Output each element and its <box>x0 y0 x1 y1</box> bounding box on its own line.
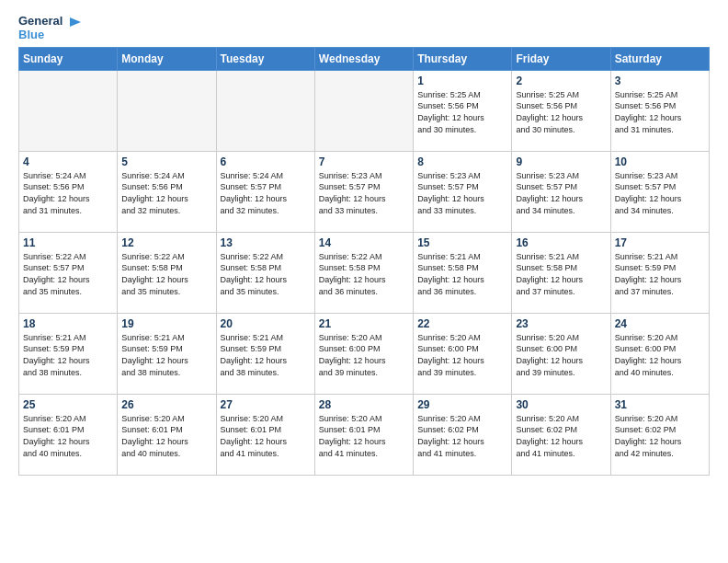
cell-info: Sunrise: 5:21 AM Sunset: 5:59 PM Dayligh… <box>221 332 311 378</box>
cell-info: Sunrise: 5:21 AM Sunset: 5:58 PM Dayligh… <box>417 251 507 297</box>
day-number: 10 <box>615 155 705 168</box>
cell-info: Sunrise: 5:21 AM Sunset: 5:59 PM Dayligh… <box>615 251 705 297</box>
calendar-cell: 26Sunrise: 5:20 AM Sunset: 6:01 PM Dayli… <box>118 394 216 475</box>
cell-info: Sunrise: 5:25 AM Sunset: 5:56 PM Dayligh… <box>516 89 606 135</box>
calendar-cell: 10Sunrise: 5:23 AM Sunset: 5:57 PM Dayli… <box>610 151 709 232</box>
cell-info: Sunrise: 5:20 AM Sunset: 6:01 PM Dayligh… <box>319 413 409 459</box>
calendar-cell: 12Sunrise: 5:22 AM Sunset: 5:58 PM Dayli… <box>118 232 216 313</box>
day-number: 25 <box>23 398 113 411</box>
cell-info: Sunrise: 5:24 AM Sunset: 5:57 PM Dayligh… <box>221 170 311 216</box>
day-number: 27 <box>221 398 311 411</box>
cell-info: Sunrise: 5:25 AM Sunset: 5:56 PM Dayligh… <box>615 89 705 135</box>
calendar-cell: 23Sunrise: 5:20 AM Sunset: 6:00 PM Dayli… <box>512 313 610 394</box>
calendar-table: SundayMondayTuesdayWednesdayThursdayFrid… <box>18 47 710 476</box>
cell-info: Sunrise: 5:20 AM Sunset: 6:00 PM Dayligh… <box>319 332 409 378</box>
calendar-cell: 17Sunrise: 5:21 AM Sunset: 5:59 PM Dayli… <box>610 232 709 313</box>
weekday-header-saturday: Saturday <box>610 47 709 70</box>
calendar-cell: 5Sunrise: 5:24 AM Sunset: 5:56 PM Daylig… <box>118 151 216 232</box>
calendar-cell: 14Sunrise: 5:22 AM Sunset: 5:58 PM Dayli… <box>314 232 413 313</box>
weekday-header-wednesday: Wednesday <box>314 47 413 70</box>
calendar-cell: 11Sunrise: 5:22 AM Sunset: 5:57 PM Dayli… <box>19 232 118 313</box>
calendar-cell: 28Sunrise: 5:20 AM Sunset: 6:01 PM Dayli… <box>314 394 413 475</box>
weekday-header-tuesday: Tuesday <box>216 47 314 70</box>
calendar-cell: 19Sunrise: 5:21 AM Sunset: 5:59 PM Dayli… <box>118 313 216 394</box>
cell-info: Sunrise: 5:20 AM Sunset: 6:01 PM Dayligh… <box>221 413 311 459</box>
calendar-week-4: 18Sunrise: 5:21 AM Sunset: 5:59 PM Dayli… <box>19 313 710 394</box>
calendar-cell <box>216 70 314 151</box>
day-number: 13 <box>221 236 311 249</box>
cell-info: Sunrise: 5:21 AM Sunset: 5:59 PM Dayligh… <box>23 332 113 378</box>
cell-info: Sunrise: 5:23 AM Sunset: 5:57 PM Dayligh… <box>615 170 705 216</box>
cell-info: Sunrise: 5:23 AM Sunset: 5:57 PM Dayligh… <box>516 170 606 216</box>
cell-info: Sunrise: 5:22 AM Sunset: 5:58 PM Dayligh… <box>121 251 211 297</box>
calendar-cell <box>118 70 216 151</box>
day-number: 9 <box>516 155 606 168</box>
cell-info: Sunrise: 5:21 AM Sunset: 5:58 PM Dayligh… <box>516 251 606 297</box>
calendar-cell: 8Sunrise: 5:23 AM Sunset: 5:57 PM Daylig… <box>414 151 512 232</box>
calendar-week-2: 4Sunrise: 5:24 AM Sunset: 5:56 PM Daylig… <box>19 151 710 232</box>
cell-info: Sunrise: 5:20 AM Sunset: 6:00 PM Dayligh… <box>417 332 507 378</box>
day-number: 3 <box>615 75 705 87</box>
calendar-cell: 21Sunrise: 5:20 AM Sunset: 6:00 PM Dayli… <box>314 313 413 394</box>
cell-info: Sunrise: 5:22 AM Sunset: 5:58 PM Dayligh… <box>221 251 311 297</box>
calendar-week-3: 11Sunrise: 5:22 AM Sunset: 5:57 PM Dayli… <box>19 232 710 313</box>
day-number: 28 <box>319 398 409 411</box>
day-number: 14 <box>319 236 409 249</box>
day-number: 2 <box>516 75 606 87</box>
cell-info: Sunrise: 5:22 AM Sunset: 5:58 PM Dayligh… <box>319 251 409 297</box>
calendar-cell: 1Sunrise: 5:25 AM Sunset: 5:56 PM Daylig… <box>414 70 512 151</box>
calendar-cell: 22Sunrise: 5:20 AM Sunset: 6:00 PM Dayli… <box>414 313 512 394</box>
day-number: 15 <box>417 236 507 249</box>
day-number: 29 <box>417 398 507 411</box>
svg-marker-0 <box>70 17 81 27</box>
day-number: 30 <box>516 398 606 411</box>
day-number: 24 <box>615 317 705 330</box>
day-number: 19 <box>121 317 211 330</box>
day-number: 26 <box>121 398 211 411</box>
day-number: 17 <box>615 236 705 249</box>
calendar-cell: 7Sunrise: 5:23 AM Sunset: 5:57 PM Daylig… <box>314 151 413 232</box>
day-number: 18 <box>23 317 113 330</box>
calendar-cell: 15Sunrise: 5:21 AM Sunset: 5:58 PM Dayli… <box>414 232 512 313</box>
cell-info: Sunrise: 5:25 AM Sunset: 5:56 PM Dayligh… <box>417 89 507 135</box>
day-number: 16 <box>516 236 606 249</box>
cell-info: Sunrise: 5:20 AM Sunset: 6:02 PM Dayligh… <box>615 413 705 459</box>
day-number: 11 <box>23 236 113 249</box>
day-number: 22 <box>417 317 507 330</box>
weekday-header-thursday: Thursday <box>414 47 512 70</box>
weekday-header-row: SundayMondayTuesdayWednesdayThursdayFrid… <box>19 47 710 70</box>
cell-info: Sunrise: 5:21 AM Sunset: 5:59 PM Dayligh… <box>121 332 211 378</box>
calendar-cell: 29Sunrise: 5:20 AM Sunset: 6:02 PM Dayli… <box>414 394 512 475</box>
calendar-cell: 30Sunrise: 5:20 AM Sunset: 6:02 PM Dayli… <box>512 394 610 475</box>
cell-info: Sunrise: 5:20 AM Sunset: 6:01 PM Dayligh… <box>23 413 113 459</box>
cell-info: Sunrise: 5:23 AM Sunset: 5:57 PM Dayligh… <box>417 170 507 216</box>
calendar-cell: 6Sunrise: 5:24 AM Sunset: 5:57 PM Daylig… <box>216 151 314 232</box>
calendar-cell: 20Sunrise: 5:21 AM Sunset: 5:59 PM Dayli… <box>216 313 314 394</box>
day-number: 12 <box>121 236 211 249</box>
calendar-cell: 3Sunrise: 5:25 AM Sunset: 5:56 PM Daylig… <box>610 70 709 151</box>
day-number: 31 <box>615 398 705 411</box>
day-number: 5 <box>121 155 211 168</box>
cell-info: Sunrise: 5:20 AM Sunset: 6:00 PM Dayligh… <box>615 332 705 378</box>
day-number: 20 <box>221 317 311 330</box>
day-number: 23 <box>516 317 606 330</box>
logo: General Blue <box>18 15 81 41</box>
calendar-week-1: 1Sunrise: 5:25 AM Sunset: 5:56 PM Daylig… <box>19 70 710 151</box>
calendar-cell: 9Sunrise: 5:23 AM Sunset: 5:57 PM Daylig… <box>512 151 610 232</box>
cell-info: Sunrise: 5:22 AM Sunset: 5:57 PM Dayligh… <box>23 251 113 297</box>
calendar-cell: 16Sunrise: 5:21 AM Sunset: 5:58 PM Dayli… <box>512 232 610 313</box>
cell-info: Sunrise: 5:24 AM Sunset: 5:56 PM Dayligh… <box>121 170 211 216</box>
calendar-cell: 2Sunrise: 5:25 AM Sunset: 5:56 PM Daylig… <box>512 70 610 151</box>
calendar-cell: 13Sunrise: 5:22 AM Sunset: 5:58 PM Dayli… <box>216 232 314 313</box>
day-number: 21 <box>319 317 409 330</box>
calendar-cell: 25Sunrise: 5:20 AM Sunset: 6:01 PM Dayli… <box>19 394 118 475</box>
cell-info: Sunrise: 5:20 AM Sunset: 6:01 PM Dayligh… <box>121 413 211 459</box>
day-number: 4 <box>23 155 113 168</box>
calendar-cell: 27Sunrise: 5:20 AM Sunset: 6:01 PM Dayli… <box>216 394 314 475</box>
calendar-cell: 18Sunrise: 5:21 AM Sunset: 5:59 PM Dayli… <box>19 313 118 394</box>
calendar-cell: 24Sunrise: 5:20 AM Sunset: 6:00 PM Dayli… <box>610 313 709 394</box>
page-header: General Blue <box>18 15 710 41</box>
day-number: 1 <box>417 75 507 87</box>
cell-info: Sunrise: 5:20 AM Sunset: 6:02 PM Dayligh… <box>516 413 606 459</box>
weekday-header-friday: Friday <box>512 47 610 70</box>
